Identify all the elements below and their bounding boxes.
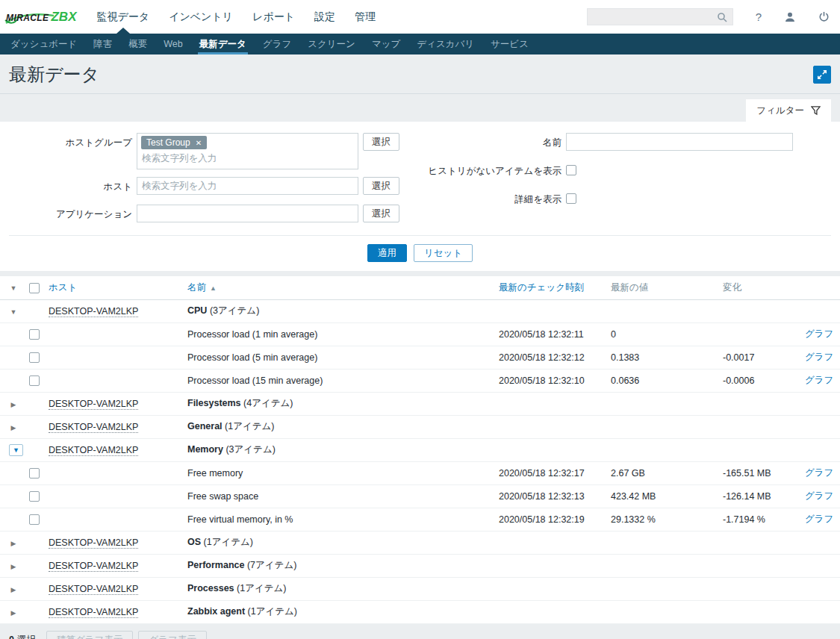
host-link[interactable]: DESKTOP-VAM2LKP <box>49 422 138 433</box>
host-link[interactable]: DESKTOP-VAM2LKP <box>49 306 138 317</box>
item-last-check: 2020/05/18 12:32:19 <box>495 508 607 531</box>
application-select-button[interactable]: 選択 <box>363 205 399 222</box>
filter-actions: 適用 リセット <box>9 235 831 262</box>
host-link[interactable]: DESKTOP-VAM2LKP <box>49 537 138 549</box>
host-group-chip-label: Test Group <box>146 137 190 148</box>
item-checkbox[interactable] <box>29 491 40 502</box>
group-expand-toggle[interactable]: ▶ <box>9 424 18 431</box>
subnav-latest-data[interactable]: 最新データ <box>191 34 255 54</box>
select-all-checkbox[interactable] <box>29 283 40 293</box>
apply-button[interactable]: 適用 <box>367 244 407 262</box>
host-group-select-button[interactable]: 選択 <box>363 133 399 151</box>
filter-tab-row: フィルター <box>0 99 840 122</box>
main-menu-administration[interactable]: 管理 <box>345 0 385 34</box>
group-expand-toggle[interactable]: ▶ <box>9 563 18 570</box>
group-row: ▶ DESKTOP-VAM2LKP General (1アイテム) <box>0 415 840 438</box>
sort-last-check-link[interactable]: 最新のチェック時刻 <box>499 282 584 293</box>
item-checkbox[interactable] <box>29 514 40 525</box>
group-expand-toggle[interactable]: ▶ <box>9 586 18 593</box>
main-menu-reports[interactable]: レポート <box>243 0 305 34</box>
subnav-web[interactable]: Web <box>155 34 190 54</box>
logo-brand-text: MIRACLE <box>6 13 49 23</box>
group-name: CPU <box>187 305 207 316</box>
graph-link[interactable]: グラフ <box>805 375 833 385</box>
item-change <box>719 322 801 346</box>
group-row: ▶ DESKTOP-VAM2LKP Processes (1アイテム) <box>0 577 840 600</box>
graph-link[interactable]: グラフ <box>805 467 833 478</box>
user-profile-icon[interactable] <box>784 11 796 23</box>
sort-name-link[interactable]: 名前 <box>187 282 206 293</box>
host-link[interactable]: DESKTOP-VAM2LKP <box>49 399 138 410</box>
group-expand-toggle[interactable]: ▶ <box>9 609 18 617</box>
item-checkbox[interactable] <box>29 352 40 363</box>
host-link[interactable]: DESKTOP-VAM2LKP <box>49 584 138 595</box>
application-input[interactable] <box>137 205 358 222</box>
group-name: General <box>187 421 223 431</box>
subnav-services[interactable]: サービス <box>482 34 537 54</box>
application-label: アプリケーション <box>9 205 132 225</box>
subnav-problems[interactable]: 障害 <box>85 34 120 54</box>
group-count: (1アイテム) <box>234 583 287 593</box>
host-select-button[interactable]: 選択 <box>363 177 399 195</box>
item-checkbox[interactable] <box>29 375 40 386</box>
item-change: -126.14 MB <box>719 484 801 508</box>
main-menu-inventory[interactable]: インベントリ <box>159 0 243 34</box>
help-icon[interactable]: ? <box>756 10 762 23</box>
subnav-screens[interactable]: スクリーン <box>299 34 364 54</box>
group-expand-toggle[interactable]: ▼ <box>9 444 23 456</box>
search-icon[interactable] <box>717 12 727 22</box>
global-search-input[interactable] <box>593 12 717 22</box>
sub-menu: ダッシュボード 障害 概要 Web 最新データ グラフ スクリーン マップ ディ… <box>0 34 840 54</box>
fullscreen-button[interactable] <box>813 66 831 84</box>
reset-button[interactable]: リセット <box>414 244 473 262</box>
item-last-check: 2020/05/18 12:32:13 <box>495 484 607 508</box>
group-expand-toggle[interactable]: ▶ <box>9 540 18 547</box>
main-menu-configuration[interactable]: 設定 <box>305 0 345 34</box>
display-graph-button[interactable]: グラフ表示 <box>138 631 206 639</box>
main-menu-monitoring[interactable]: 監視データ <box>87 0 159 34</box>
graph-link[interactable]: グラフ <box>805 490 833 501</box>
host-link[interactable]: DESKTOP-VAM2LKP <box>49 607 138 618</box>
collapse-all-toggle[interactable]: ▼ <box>9 284 18 292</box>
expand-arrows-icon <box>817 69 827 80</box>
host-group-placeholder: 検索文字列を入力 <box>141 152 354 166</box>
subnav-graphs[interactable]: グラフ <box>255 34 299 54</box>
subnav-maps[interactable]: マップ <box>364 34 408 54</box>
graph-link[interactable]: グラフ <box>805 328 833 339</box>
graph-link[interactable]: グラフ <box>805 514 833 524</box>
show-details-checkbox[interactable] <box>566 193 576 204</box>
item-checkbox[interactable] <box>29 468 40 479</box>
filter-tab[interactable]: フィルター <box>746 99 831 122</box>
table-header-row: ▼ ホスト 名前▲ 最新のチェック時刻 最新の値 変化 <box>0 276 840 299</box>
subnav-discovery[interactable]: ディスカバリ <box>408 34 482 54</box>
logout-power-icon[interactable] <box>818 11 830 22</box>
group-count: (4アイテム) <box>241 398 293 408</box>
show-without-history-checkbox[interactable] <box>566 165 576 175</box>
host-input[interactable] <box>137 177 358 195</box>
group-count: (1アイテム) <box>201 537 253 547</box>
subnav-overview[interactable]: 概要 <box>120 34 155 54</box>
host-link[interactable]: DESKTOP-VAM2LKP <box>49 445 138 456</box>
graph-link[interactable]: グラフ <box>805 352 833 362</box>
host-link[interactable]: DESKTOP-VAM2LKP <box>49 561 138 572</box>
global-search[interactable] <box>587 8 733 25</box>
selected-count: 0 <box>9 635 14 639</box>
group-name: Processes <box>187 583 234 593</box>
item-checkbox[interactable] <box>29 329 40 340</box>
sort-asc-icon: ▲ <box>210 284 217 292</box>
display-stacked-graph-button[interactable]: 積算グラフ表示 <box>46 631 133 639</box>
change-header: 変化 <box>719 276 801 299</box>
host-group-multiselect[interactable]: Test Group ✕ 検索文字列を入力 <box>137 133 358 169</box>
brand-logo[interactable]: MIRACLE ZBX <box>6 10 76 25</box>
item-row: Free virtual memory, in % 2020/05/18 12:… <box>0 508 840 531</box>
subnav-dashboard[interactable]: ダッシュボード <box>2 34 85 54</box>
group-count: (1アイテム) <box>245 606 297 617</box>
name-filter-input[interactable] <box>566 133 793 151</box>
latest-data-table-body: ▼ DESKTOP-VAM2LKP CPU (3アイテム) Processor … <box>0 299 840 623</box>
group-name: Performance <box>187 560 244 570</box>
group-name: Memory <box>187 444 223 455</box>
group-expand-toggle[interactable]: ▶ <box>9 401 18 408</box>
group-expand-toggle[interactable]: ▼ <box>9 308 18 316</box>
chip-remove-icon[interactable]: ✕ <box>196 139 202 147</box>
sort-host-link[interactable]: ホスト <box>49 282 77 293</box>
